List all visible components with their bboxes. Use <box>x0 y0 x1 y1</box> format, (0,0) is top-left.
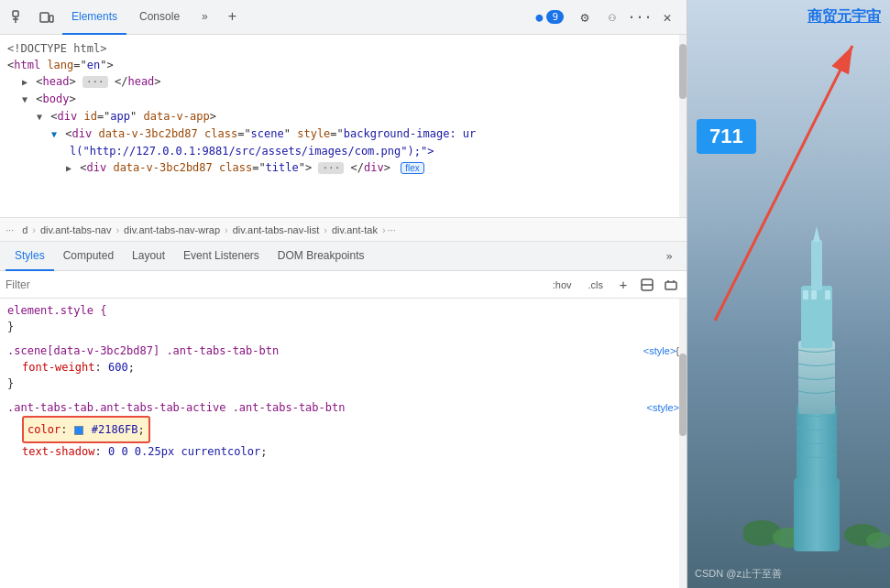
css-rule-element-style: element.style { } <box>7 302 679 335</box>
force-element-state-btn[interactable]: :hov <box>546 277 578 293</box>
inspect-icon[interactable] <box>7 5 31 29</box>
svg-rect-7 <box>665 282 676 289</box>
dom-line-head[interactable]: ▶ <head> ··· </head> <box>7 73 679 91</box>
dom-line-div-scene[interactable]: ▼ <div data-v-3bc2bd87 class="scene" sty… <box>7 125 679 143</box>
svg-rect-3 <box>40 13 49 22</box>
add-style-rule-btn[interactable]: + <box>613 275 633 295</box>
dom-line-div-app[interactable]: ▼ <div id="app" data-v-app> <box>7 108 679 125</box>
css-rules-panel: element.style { } .scene[data-v-3bc2bd87… <box>0 299 687 588</box>
color-swatch-2186fb[interactable] <box>74 426 83 435</box>
tab-layout[interactable]: Layout <box>123 242 174 271</box>
close-devtools-button[interactable]: ✕ <box>655 5 679 29</box>
breadcrumb-d[interactable]: d <box>19 224 30 235</box>
preview-number-badge: 711 <box>697 119 756 154</box>
css-rules-scrollbar[interactable] <box>679 299 687 588</box>
tab-more[interactable]: » <box>192 0 217 35</box>
filter-bar: :hov .cls + <box>0 271 687 299</box>
tab-elements[interactable]: Elements <box>62 0 126 35</box>
toggle-state-icon[interactable] <box>637 275 657 295</box>
dom-tree: <!DOCTYPE html> <html lang="en"> ▶ <head… <box>0 35 687 218</box>
devtools-panel: Elements Console » + ● 9 ⚙ ⚇ ··· ✕ <!DOC… <box>0 0 687 588</box>
css-rule-scene: .scene[data-v-3bc2bd87] .ant-tabs-tab-bt… <box>7 343 679 392</box>
svg-rect-15 <box>797 405 837 487</box>
dom-line-div-title[interactable]: ▶ <div data-v-3bc2bd87 class="title"> ··… <box>7 159 679 177</box>
tab-styles[interactable]: Styles <box>5 242 54 271</box>
toggle-class-btn[interactable]: .cls <box>582 277 610 293</box>
user-icon[interactable]: ⚇ <box>600 5 624 29</box>
dom-line-div-scene-cont: l("http://127.0.0.1:9881/src/assets/imag… <box>7 143 679 159</box>
css-rule-active-tab: .ant-tabs-tab.ant-tabs-tab-active .ant-t… <box>7 399 679 460</box>
styles-tab-bar: Styles Computed Layout Event Listeners D… <box>0 242 687 271</box>
highlighted-color-rule: color: #2186FB; <box>22 423 150 436</box>
dom-tree-scrollbar[interactable] <box>679 35 687 217</box>
styles-more-icon[interactable]: » <box>657 245 681 268</box>
svg-rect-14 <box>794 478 840 551</box>
svg-marker-19 <box>813 226 820 242</box>
breadcrumb-ant-tabs-nav[interactable]: div.ant-tabs-nav <box>38 224 114 235</box>
tab-event-listeners[interactable]: Event Listeners <box>174 242 269 271</box>
tab-console[interactable]: Console <box>130 0 189 35</box>
issues-badge[interactable]: ● 9 <box>536 10 564 24</box>
svg-rect-18 <box>811 240 822 290</box>
toggle-classes-icon[interactable] <box>661 275 681 295</box>
breadcrumb-ant-tak[interactable]: div.ant-tak <box>329 224 380 235</box>
tab-computed[interactable]: Computed <box>54 242 123 271</box>
breadcrumb-end-more[interactable]: ··· <box>388 224 396 235</box>
add-panel-button[interactable]: + <box>221 0 244 35</box>
svg-rect-4 <box>49 16 53 22</box>
svg-rect-0 <box>13 11 18 16</box>
csdn-watermark: CSDN @z止于至善 <box>695 567 782 581</box>
svg-rect-21 <box>811 290 817 299</box>
filter-input[interactable] <box>5 278 543 291</box>
more-options-icon[interactable]: ··· <box>628 5 652 29</box>
svg-rect-22 <box>825 290 830 299</box>
tab-dom-breakpoints[interactable]: DOM Breakpoints <box>269 242 374 271</box>
device-toggle-icon[interactable] <box>35 5 59 29</box>
breadcrumb-ant-tabs-nav-wrap[interactable]: div.ant-tabs-nav-wrap <box>121 224 223 235</box>
svg-rect-20 <box>803 290 808 299</box>
breadcrumb-more[interactable]: ··· <box>5 224 14 235</box>
dom-line-doctype: <!DOCTYPE html> <box>7 40 679 57</box>
top-tab-bar: Elements Console » + ● 9 ⚙ ⚇ ··· ✕ <box>0 0 687 35</box>
breadcrumb-bar: ··· d › div.ant-tabs-nav › div.ant-tabs-… <box>0 218 687 242</box>
breadcrumb-ant-tabs-nav-list[interactable]: div.ant-tabs-nav-list <box>230 224 323 235</box>
tower-illustration <box>743 222 890 570</box>
dom-line-html[interactable]: <html lang="en"> <box>7 57 679 73</box>
settings-icon[interactable]: ⚙ <box>573 5 597 29</box>
flex-badge: flex <box>401 162 424 174</box>
preview-title: 商贸元宇宙 <box>808 0 890 27</box>
dom-line-body[interactable]: ▼ <body> <box>7 91 679 108</box>
preview-panel: 商贸元宇宙 711 <box>687 0 890 588</box>
